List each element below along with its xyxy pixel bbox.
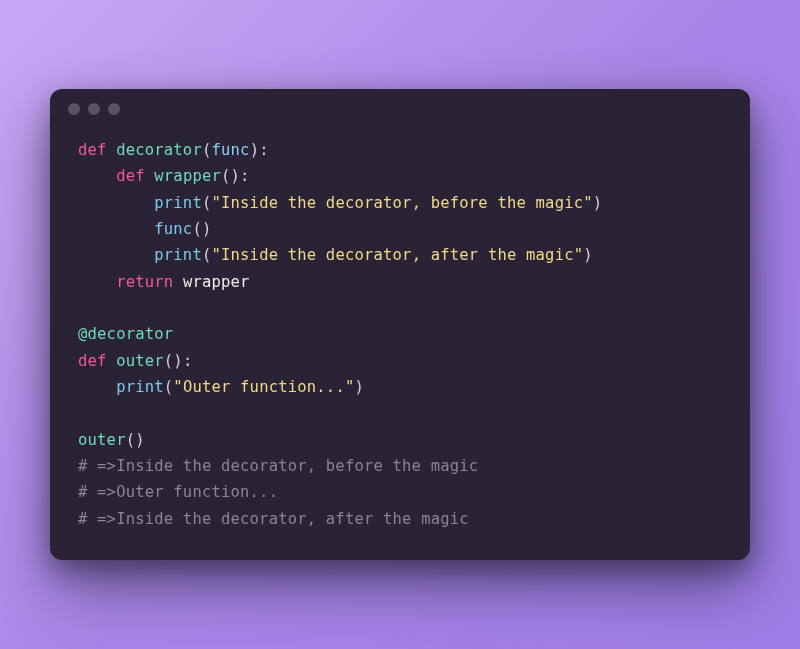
- indent: [78, 378, 116, 396]
- code-line: func(): [78, 220, 211, 238]
- space: [173, 273, 183, 291]
- indent: [78, 246, 154, 264]
- indent: [78, 220, 154, 238]
- func-name: wrapper: [145, 167, 221, 185]
- indent: [78, 273, 116, 291]
- code-line: # =>Outer function...: [78, 483, 278, 501]
- punct-paren: ): [583, 246, 593, 264]
- punct-paren: (): [126, 431, 145, 449]
- code-line: def decorator(func):: [78, 141, 269, 159]
- punct-paren: (: [164, 378, 174, 396]
- string-literal: "Inside the decorator, before the magic": [211, 194, 592, 212]
- indent: [78, 167, 116, 185]
- identifier: wrapper: [183, 273, 250, 291]
- keyword-def: def: [78, 352, 107, 370]
- minimize-icon[interactable]: [88, 103, 100, 115]
- comment-output: # =>Inside the decorator, before the mag…: [78, 457, 478, 475]
- punct-paren: ():: [164, 352, 193, 370]
- code-line: def outer():: [78, 352, 192, 370]
- code-line: return wrapper: [78, 273, 250, 291]
- comment-output: # =>Inside the decorator, after the magi…: [78, 510, 469, 528]
- func-name: outer: [107, 352, 164, 370]
- decorator-annotation: @decorator: [78, 325, 173, 343]
- keyword-def: def: [116, 167, 145, 185]
- func-call: outer: [78, 431, 126, 449]
- code-line: # =>Inside the decorator, before the mag…: [78, 457, 478, 475]
- string-literal: "Inside the decorator, after the magic": [211, 246, 583, 264]
- code-window: def decorator(func): def wrapper(): prin…: [50, 89, 750, 560]
- punct-paren: ):: [250, 141, 269, 159]
- close-icon[interactable]: [68, 103, 80, 115]
- builtin-print: print: [154, 246, 202, 264]
- code-line: def wrapper():: [78, 167, 250, 185]
- indent: [78, 194, 154, 212]
- code-line: print("Inside the decorator, before the …: [78, 194, 602, 212]
- code-block: def decorator(func): def wrapper(): prin…: [50, 129, 750, 560]
- punct-paren: ():: [221, 167, 250, 185]
- code-line: @decorator: [78, 325, 173, 343]
- maximize-icon[interactable]: [108, 103, 120, 115]
- keyword-return: return: [116, 273, 173, 291]
- code-line: print("Inside the decorator, after the m…: [78, 246, 593, 264]
- string-literal: "Outer function...": [173, 378, 354, 396]
- builtin-print: print: [116, 378, 164, 396]
- param-name: func: [211, 141, 249, 159]
- window-titlebar: [50, 89, 750, 129]
- builtin-print: print: [154, 194, 202, 212]
- punct-paren: ): [354, 378, 364, 396]
- punct-paren: ): [593, 194, 603, 212]
- code-line: # =>Inside the decorator, after the magi…: [78, 510, 469, 528]
- func-call: func: [154, 220, 192, 238]
- func-name: decorator: [107, 141, 202, 159]
- comment-output: # =>Outer function...: [78, 483, 278, 501]
- keyword-def: def: [78, 141, 107, 159]
- code-line: outer(): [78, 431, 145, 449]
- punct-paren: (): [192, 220, 211, 238]
- code-line: print("Outer function..."): [78, 378, 364, 396]
